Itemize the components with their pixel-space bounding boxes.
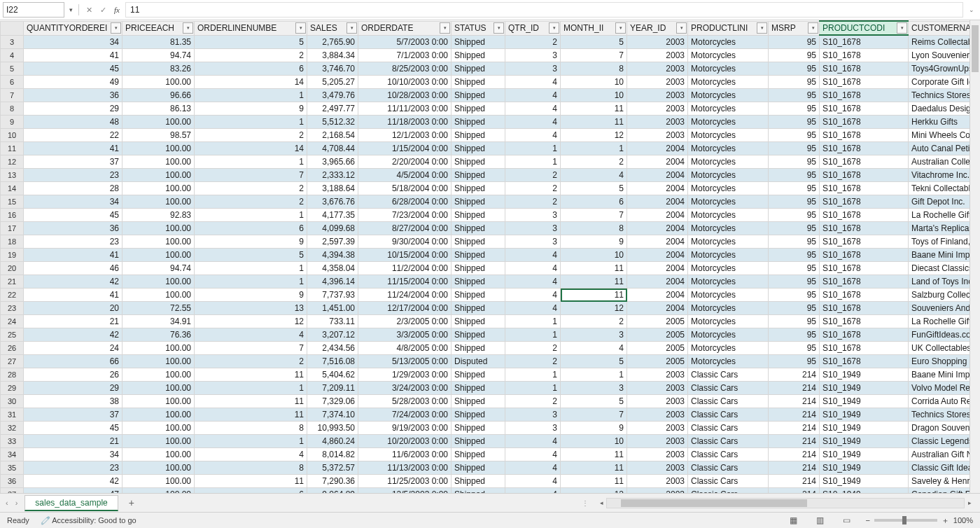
table-row[interactable]: 649100.00145,205.2710/10/2003 0:00Shippe… — [1, 76, 970, 89]
cell[interactable]: 100.00 — [122, 116, 195, 129]
cell[interactable]: Shipped — [451, 102, 505, 116]
cell[interactable]: 100.00 — [122, 448, 195, 461]
cell[interactable]: 4 — [505, 289, 561, 302]
cell[interactable]: Motorcycles — [688, 62, 769, 76]
formula-accept-icon[interactable]: ✓ — [97, 4, 108, 16]
cell[interactable]: 22 — [24, 129, 122, 142]
cell[interactable]: 11 — [561, 262, 627, 275]
cell[interactable]: 2003 — [627, 422, 688, 435]
filter-dropdown-icon[interactable]: ▾ — [757, 22, 767, 34]
cell[interactable]: 2 — [195, 129, 307, 142]
cell[interactable]: 83.26 — [122, 62, 195, 76]
tab-split-icon[interactable]: ⋮ — [582, 499, 589, 507]
cell[interactable]: 66 — [24, 355, 122, 368]
cell[interactable]: 4 — [195, 448, 307, 461]
cell[interactable]: S10_1678 — [820, 262, 909, 275]
table-row[interactable]: 3321100.0014,860.2410/20/2003 0:00Shippe… — [1, 435, 970, 448]
cell[interactable]: 1 — [195, 116, 307, 129]
cell[interactable]: 38 — [24, 395, 122, 408]
zoom-in-icon[interactable]: ＋ — [941, 515, 949, 526]
cell[interactable]: 8,014.82 — [307, 448, 358, 461]
view-page-layout-icon[interactable]: ▥ — [812, 515, 827, 526]
cell[interactable]: 4 — [561, 169, 627, 182]
cell[interactable]: 8 — [195, 422, 307, 435]
cell[interactable]: Shipped — [451, 382, 505, 395]
column-header-month[interactable]: MONTH_II▾ — [561, 21, 627, 35]
cell[interactable]: 41 — [24, 249, 122, 262]
table-row[interactable]: 164592.8314,177.357/23/2004 0:00Shipped3… — [1, 209, 970, 222]
cell[interactable]: 5/18/2004 0:00 — [358, 182, 451, 195]
cell[interactable]: 45 — [24, 422, 122, 435]
cell[interactable]: Motorcycles — [688, 35, 769, 49]
cell[interactable]: 21 — [24, 315, 122, 328]
cell[interactable]: 95 — [769, 116, 820, 129]
row-header[interactable]: 21 — [1, 275, 24, 289]
row-header[interactable]: 13 — [1, 169, 24, 182]
cell[interactable]: 4,177.35 — [307, 209, 358, 222]
cell[interactable]: Shipped — [451, 62, 505, 76]
cell[interactable]: 29 — [24, 382, 122, 395]
table-row[interactable]: 3642100.00117,290.3611/25/2003 0:00Shipp… — [1, 475, 970, 488]
cell[interactable]: 214 — [769, 422, 820, 435]
cell[interactable]: 100.00 — [122, 355, 195, 368]
cell[interactable]: 1 — [505, 315, 561, 328]
cell[interactable]: 2/3/2005 0:00 — [358, 315, 451, 328]
row-header[interactable]: 6 — [1, 76, 24, 89]
cell[interactable]: 95 — [769, 315, 820, 328]
cell[interactable]: 3/3/2005 0:00 — [358, 328, 451, 342]
cell[interactable]: S10_1949 — [820, 435, 909, 448]
cell[interactable]: Motorcycles — [688, 315, 769, 328]
cell[interactable]: 4 — [505, 435, 561, 448]
cell[interactable]: 3,188.64 — [307, 182, 358, 195]
cell[interactable]: 41 — [24, 142, 122, 155]
row-header[interactable]: 10 — [1, 129, 24, 142]
cell[interactable]: 47 — [24, 488, 122, 494]
cell[interactable]: S10_1949 — [820, 408, 909, 422]
cell[interactable]: 11 — [561, 275, 627, 289]
cell[interactable]: Motorcycles — [688, 222, 769, 235]
cell[interactable]: Toys4GrownUps.com — [909, 62, 970, 76]
filter-dropdown-icon[interactable]: ▾ — [346, 22, 357, 34]
cell[interactable]: 4 — [505, 488, 561, 494]
cell[interactable]: 11 — [561, 102, 627, 116]
cell[interactable]: 12 — [561, 129, 627, 142]
cell[interactable]: 29 — [24, 102, 122, 116]
cell[interactable]: Marta's Replicas Co. — [909, 222, 970, 235]
cell[interactable]: 100.00 — [122, 422, 195, 435]
cell[interactable]: 4 — [505, 475, 561, 488]
cell[interactable]: Shipped — [451, 129, 505, 142]
cell[interactable]: 2004 — [627, 289, 688, 302]
cell[interactable]: Australian Collectors — [909, 155, 970, 169]
cell[interactable]: Shipped — [451, 35, 505, 49]
cell[interactable]: Classic Cars — [688, 475, 769, 488]
cell[interactable]: Australian Gift Netwo — [909, 448, 970, 461]
row-header[interactable]: 4 — [1, 49, 24, 62]
cell[interactable]: 100.00 — [122, 382, 195, 395]
cell[interactable]: 95 — [769, 182, 820, 195]
row-header[interactable]: 30 — [1, 395, 24, 408]
cell[interactable]: 100.00 — [122, 435, 195, 448]
cell[interactable]: S10_1678 — [820, 35, 909, 49]
cell[interactable]: 1 — [195, 262, 307, 275]
cell[interactable]: 95 — [769, 342, 820, 355]
tab-nav-next-icon[interactable]: › — [15, 499, 18, 507]
cell[interactable]: 11 — [195, 368, 307, 382]
cell[interactable]: 2003 — [627, 448, 688, 461]
filter-dropdown-icon[interactable]: ▾ — [183, 22, 193, 34]
filter-dropdown-icon[interactable]: ▾ — [493, 22, 504, 34]
cell[interactable]: 14 — [195, 76, 307, 89]
table-row[interactable]: 1736100.0064,099.688/27/2004 0:00Shipped… — [1, 222, 970, 235]
row-header[interactable]: 9 — [1, 116, 24, 129]
cell[interactable]: Herkku Gifts — [909, 116, 970, 129]
cell[interactable]: La Rochelle Gifts — [909, 315, 970, 328]
column-header-sales[interactable]: SALES▾ — [307, 21, 358, 35]
cell[interactable]: 11 — [561, 116, 627, 129]
column-header-year[interactable]: YEAR_ID▾ — [627, 21, 688, 35]
cell[interactable]: 100.00 — [122, 275, 195, 289]
cell[interactable]: 95 — [769, 262, 820, 275]
cell[interactable]: 5/13/2005 0:00 — [358, 355, 451, 368]
cell[interactable]: Diecast Classics Inc. — [909, 262, 970, 275]
table-row[interactable]: 3245100.00810,993.509/19/2003 0:00Shippe… — [1, 422, 970, 435]
view-page-break-icon[interactable]: ▭ — [839, 515, 854, 526]
cell[interactable]: 6 — [195, 222, 307, 235]
